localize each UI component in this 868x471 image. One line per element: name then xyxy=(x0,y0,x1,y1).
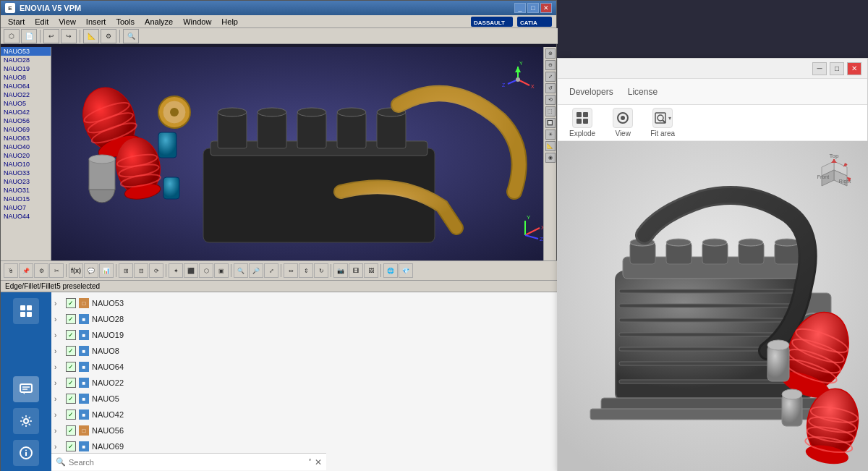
nav-license[interactable]: License xyxy=(628,85,658,98)
toolbar-btn-6[interactable]: ⚙ xyxy=(101,29,116,43)
tree-item-5[interactable]: NAUO64 xyxy=(1,82,51,90)
bt-btn-20[interactable]: ↻ xyxy=(314,263,328,278)
list-item[interactable]: › ✓ ■ NAUO5 xyxy=(51,391,558,407)
bt-btn-16[interactable]: 🔎 xyxy=(249,263,263,278)
bt-btn-14[interactable]: ▣ xyxy=(214,263,229,278)
bt-btn-2[interactable]: 📌 xyxy=(19,263,33,278)
menu-start[interactable]: Start xyxy=(4,17,29,27)
menu-tools[interactable]: Tools xyxy=(111,17,139,27)
tree-item-14[interactable]: NAUO10 xyxy=(1,160,51,169)
tree-item-6[interactable]: NAUO22 xyxy=(1,90,51,99)
tool-view[interactable]: View xyxy=(613,108,633,137)
tree-item-12[interactable]: NAUO40 xyxy=(1,143,51,151)
bt-btn-13[interactable]: ⬡ xyxy=(199,263,213,278)
bt-btn-3[interactable]: ⚙ xyxy=(34,263,48,278)
toolbar-btn-7[interactable]: 🔍 xyxy=(123,29,139,43)
menu-edit[interactable]: Edit xyxy=(30,17,53,27)
bt-btn-10[interactable]: ⟳ xyxy=(149,263,163,278)
bt-btn-8[interactable]: ⊞ xyxy=(119,263,133,278)
tree-item-15[interactable]: NAUO33 xyxy=(1,169,51,177)
toolbar-btn-5[interactable]: 📐 xyxy=(83,29,99,43)
search-close-icon[interactable]: ✕ xyxy=(315,457,322,467)
tool-explode[interactable]: Explode xyxy=(569,108,595,137)
orientation-cube[interactable]: Top Front Right xyxy=(807,148,861,205)
menu-window[interactable]: Window xyxy=(179,17,216,27)
list-item[interactable]: › ✓ ■ NAUO28 xyxy=(51,311,558,327)
rt-btn-10[interactable]: ◉ xyxy=(545,153,556,163)
sidebar-chat-button[interactable] xyxy=(13,376,39,402)
tree-item-2[interactable]: NAUO28 xyxy=(1,56,51,64)
toolbar-btn-2[interactable]: 📄 xyxy=(21,29,37,43)
main-3d-viewport[interactable]: X Y Z Y X Z xyxy=(51,47,554,260)
tool-fit-area[interactable]: ▾ Fit area xyxy=(650,108,675,137)
tree-item-13[interactable]: NAUO20 xyxy=(1,151,51,160)
minimize-button[interactable]: _ xyxy=(514,3,526,13)
list-item[interactable]: › ✓ ■ NAUO64 xyxy=(51,359,558,375)
bt-btn-23[interactable]: 🖼 xyxy=(364,263,378,278)
list-item[interactable]: › ✓ ■ NAUO19 xyxy=(51,327,558,343)
bt-btn-21[interactable]: 📷 xyxy=(333,263,348,278)
bt-btn-12[interactable]: ⬛ xyxy=(184,263,198,278)
sidebar-home-button[interactable] xyxy=(13,298,39,324)
close-button[interactable]: ✕ xyxy=(540,3,552,13)
bt-btn-24[interactable]: 🌐 xyxy=(383,263,398,278)
tree-item-selected[interactable]: NAUO53 xyxy=(1,47,51,56)
viewer-close-button[interactable]: ✕ xyxy=(847,62,861,75)
list-item[interactable]: › ✓ ■ NAUO22 xyxy=(51,375,558,391)
menu-insert[interactable]: Insert xyxy=(82,17,111,27)
tree-item-20[interactable]: NAUO44 xyxy=(1,212,51,221)
tree-item-18[interactable]: NAUO15 xyxy=(1,195,51,203)
tree-item-3[interactable]: NAUO19 xyxy=(1,64,51,73)
bt-btn-6[interactable]: 💬 xyxy=(84,263,98,278)
rt-btn-7[interactable]: 🔲 xyxy=(545,118,556,128)
rt-btn-1[interactable]: ⊕ xyxy=(545,48,556,59)
viewer-3d-viewport[interactable]: Top Front Right xyxy=(558,141,868,471)
maximize-button[interactable]: □ xyxy=(527,3,539,13)
list-item[interactable]: › ✓ □ NAUO56 xyxy=(51,423,558,438)
viewer-minimize-button[interactable]: ─ xyxy=(812,62,827,75)
tree-item-11[interactable]: NAUO63 xyxy=(1,134,51,143)
bt-btn-22[interactable]: 🎞 xyxy=(349,263,363,278)
search-chevron-icon[interactable]: ˅ xyxy=(308,458,312,466)
menu-view[interactable]: View xyxy=(54,17,80,27)
tree-item-7[interactable]: NAUO5 xyxy=(1,99,51,108)
toolbar-btn-4[interactable]: ↪ xyxy=(61,29,77,43)
menu-help[interactable]: Help xyxy=(217,17,242,27)
tree-item-10[interactable]: NAUO69 xyxy=(1,125,51,134)
tree-item-19[interactable]: NAUO7 xyxy=(1,203,51,212)
tree-item-9[interactable]: NAUO56 xyxy=(1,116,51,125)
bt-btn-17[interactable]: ⤢ xyxy=(264,263,278,278)
tree-item-8[interactable]: NAUO42 xyxy=(1,108,51,116)
nav-developers[interactable]: Developers xyxy=(569,85,613,98)
list-item[interactable]: › ✓ ■ NAUO69 xyxy=(51,438,558,454)
bt-btn-19[interactable]: ⇕ xyxy=(299,263,313,278)
bt-btn-4[interactable]: ✂ xyxy=(49,263,64,278)
sidebar-info-button[interactable] xyxy=(13,440,39,466)
bt-btn-18[interactable]: ⇔ xyxy=(284,263,298,278)
bt-btn-15[interactable]: 🔍 xyxy=(234,263,248,278)
rt-btn-3[interactable]: ⤢ xyxy=(545,72,556,82)
viewer-restore-button[interactable]: □ xyxy=(830,62,844,75)
bt-btn-5[interactable]: f(x) xyxy=(69,263,83,278)
rt-btn-9[interactable]: 📐 xyxy=(545,141,556,151)
list-item[interactable]: › ✓ ■ NAUO42 xyxy=(51,407,558,423)
rt-btn-5[interactable]: ⟲ xyxy=(545,95,556,105)
bt-btn-9[interactable]: ⊟ xyxy=(134,263,148,278)
list-item[interactable]: › ✓ ■ NAUO8 xyxy=(51,343,558,359)
list-item[interactable]: › ✓ □ NAUO53 xyxy=(51,295,558,311)
toolbar-btn-3[interactable]: ↩ xyxy=(43,29,59,43)
bt-btn-11[interactable]: ✦ xyxy=(169,263,183,278)
rt-btn-6[interactable]: ⬚ xyxy=(545,106,556,116)
bt-btn-25[interactable]: 💎 xyxy=(399,263,413,278)
tree-item-4[interactable]: NAUO8 xyxy=(1,73,51,82)
rt-btn-4[interactable]: ↺ xyxy=(545,83,556,93)
toolbar-btn-1[interactable]: ⬡ xyxy=(4,29,20,43)
bt-btn-7[interactable]: 📊 xyxy=(99,263,114,278)
search-input[interactable] xyxy=(69,458,305,467)
menu-analyze[interactable]: Analyze xyxy=(140,17,177,27)
rt-btn-8[interactable]: ☀ xyxy=(545,130,556,140)
rt-btn-2[interactable]: ⊖ xyxy=(545,60,556,70)
sidebar-settings-button[interactable] xyxy=(13,408,39,434)
tree-item-17[interactable]: NAUO31 xyxy=(1,186,51,195)
tree-item-16[interactable]: NAUO23 xyxy=(1,177,51,186)
